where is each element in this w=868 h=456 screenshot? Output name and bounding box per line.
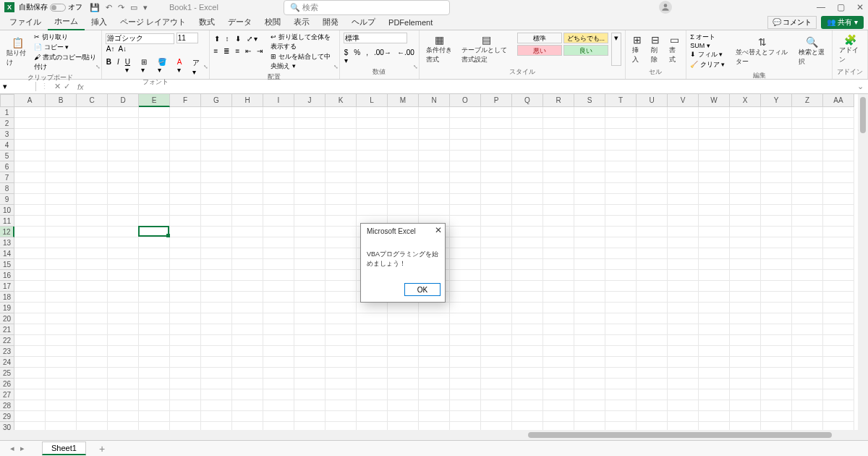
share-button[interactable]: 👥 共有 ▾	[821, 16, 864, 29]
row-header-20[interactable]: 20	[0, 313, 14, 324]
row-header-11[interactable]: 11	[0, 216, 14, 227]
sort-filter-button[interactable]: ⇅並べ替えとフィルター	[733, 33, 793, 69]
delete-cells-button[interactable]: ⊟削除	[648, 33, 664, 66]
maximize-icon[interactable]: ▢	[837, 2, 845, 12]
row-header-22[interactable]: 22	[0, 335, 14, 346]
row-header-9[interactable]: 9	[0, 194, 14, 205]
dialog-launcher-icon[interactable]: ⤡	[203, 64, 208, 70]
col-header-M[interactable]: M	[388, 94, 419, 107]
col-header-B[interactable]: B	[46, 94, 77, 107]
copy-button[interactable]: 📄 コピー ▾	[34, 43, 97, 52]
insert-cells-button[interactable]: ⊞挿入	[629, 33, 645, 66]
tab-review[interactable]: 校閲	[258, 14, 287, 30]
comma-icon[interactable]: ,	[365, 48, 369, 64]
style-good[interactable]: 良い	[563, 45, 608, 56]
fx-icon[interactable]: fx	[72, 83, 90, 91]
increase-decimal-icon[interactable]: .00→	[373, 48, 392, 64]
tab-insert[interactable]: 挿入	[85, 14, 114, 30]
conditional-format-button[interactable]: ▦ 条件付き書式	[423, 33, 456, 66]
row-header-4[interactable]: 4	[0, 140, 14, 151]
tab-nav-next-icon[interactable]: ▸	[17, 444, 27, 453]
user-avatar-icon[interactable]	[659, 1, 672, 14]
cancel-formula-icon[interactable]: ✕	[53, 82, 62, 91]
percent-icon[interactable]: %	[353, 48, 361, 64]
col-header-A[interactable]: A	[14, 94, 46, 107]
row-header-10[interactable]: 10	[0, 205, 14, 216]
col-header-AA[interactable]: AA	[823, 94, 854, 107]
tab-view[interactable]: 表示	[287, 14, 316, 30]
col-header-O[interactable]: O	[450, 94, 481, 107]
format-table-button[interactable]: ▤ テーブルとして書式設定	[459, 33, 514, 66]
select-all-button[interactable]	[0, 94, 14, 107]
indent-decrease-icon[interactable]: ⇤	[244, 47, 252, 55]
comments-button[interactable]: 💬 コメント	[767, 16, 817, 29]
row-header-21[interactable]: 21	[0, 324, 14, 335]
close-icon[interactable]: ✕	[856, 2, 864, 12]
fill-button[interactable]: ⬇ フィル ▾	[690, 50, 729, 59]
row-header-27[interactable]: 27	[0, 389, 14, 400]
col-header-J[interactable]: J	[294, 94, 326, 107]
dialog-launcher-icon[interactable]: ⤡	[333, 64, 339, 70]
cut-button[interactable]: ✂ 切り取り	[34, 33, 97, 42]
col-header-W[interactable]: W	[699, 94, 730, 107]
autosave-toggle[interactable]: 自動保存 オフ	[19, 2, 82, 12]
style-bad[interactable]: 悪い	[517, 45, 562, 56]
format-cells-button[interactable]: ▭書式	[666, 33, 682, 66]
col-header-X[interactable]: X	[730, 94, 761, 107]
decrease-font-icon[interactable]: A↓	[117, 45, 127, 53]
font-size-select[interactable]	[176, 33, 198, 43]
align-middle-icon[interactable]: ↕	[225, 35, 230, 43]
font-color-button[interactable]: A ▾	[176, 58, 187, 76]
row-header-13[interactable]: 13	[0, 237, 14, 248]
dialog-close-icon[interactable]: ✕	[435, 225, 442, 235]
currency-icon[interactable]: $ ▾	[344, 48, 349, 64]
col-header-V[interactable]: V	[668, 94, 699, 107]
col-header-H[interactable]: H	[232, 94, 263, 107]
style-normal[interactable]: 標準	[517, 33, 562, 43]
fill-color-button[interactable]: 🪣 ▾	[157, 58, 172, 76]
minimize-icon[interactable]: —	[817, 2, 825, 12]
row-header-6[interactable]: 6	[0, 161, 14, 172]
align-bottom-icon[interactable]: ⬇	[234, 35, 242, 43]
enter-formula-icon[interactable]: ✓	[62, 82, 72, 91]
row-header-26[interactable]: 26	[0, 379, 14, 389]
col-header-L[interactable]: L	[357, 94, 388, 107]
row-header-3[interactable]: 3	[0, 129, 14, 140]
border-button[interactable]: ⊞ ▾	[140, 58, 153, 76]
col-header-Z[interactable]: Z	[792, 94, 823, 107]
col-header-G[interactable]: G	[201, 94, 232, 107]
dialog-launcher-icon[interactable]: ⤡	[413, 64, 418, 70]
col-header-R[interactable]: R	[543, 94, 574, 107]
horizontal-scrollbar[interactable]	[0, 430, 868, 440]
row-header-17[interactable]: 17	[0, 281, 14, 292]
style-neutral[interactable]: どちらでも...	[563, 33, 608, 43]
name-box[interactable]: ▾	[0, 82, 36, 91]
indent-increase-icon[interactable]: ⇥	[256, 47, 263, 55]
autosum-button[interactable]: Σ オート SUM ▾	[690, 33, 729, 49]
clear-button[interactable]: 🧹 クリア ▾	[690, 60, 729, 69]
tab-help[interactable]: ヘルプ	[345, 14, 382, 30]
save-icon[interactable]: 💾	[90, 3, 100, 12]
col-header-Y[interactable]: Y	[761, 94, 792, 107]
italic-button[interactable]: I	[116, 58, 120, 76]
col-header-N[interactable]: N	[419, 94, 450, 107]
active-cell[interactable]	[138, 226, 169, 237]
align-top-icon[interactable]: ⬆	[213, 35, 221, 43]
tab-nav-prev-icon[interactable]: ◂	[7, 444, 17, 453]
dialog-titlebar[interactable]: Microsoft Excel ✕	[361, 224, 445, 238]
qat-icon[interactable]: ▭	[130, 3, 137, 12]
tab-developer[interactable]: 開発	[316, 14, 345, 30]
tab-data[interactable]: データ	[221, 14, 258, 30]
col-header-K[interactable]: K	[326, 94, 357, 107]
tab-pdfelement[interactable]: PDFelement	[382, 16, 439, 29]
wrap-text-button[interactable]: ↩ 折り返して全体を表示する	[271, 33, 335, 51]
font-name-select[interactable]	[106, 33, 174, 44]
row-header-14[interactable]: 14	[0, 248, 14, 259]
col-header-C[interactable]: C	[77, 94, 108, 107]
merge-center-button[interactable]: ⊞ セルを結合して中央揃え ▾	[271, 52, 335, 71]
expand-formula-bar-icon[interactable]: ⌄	[853, 82, 868, 91]
row-header-23[interactable]: 23	[0, 346, 14, 357]
row-header-12[interactable]: 12	[0, 227, 14, 237]
number-format-select[interactable]	[344, 33, 407, 43]
paste-button[interactable]: 📋 貼り付け	[4, 33, 31, 72]
